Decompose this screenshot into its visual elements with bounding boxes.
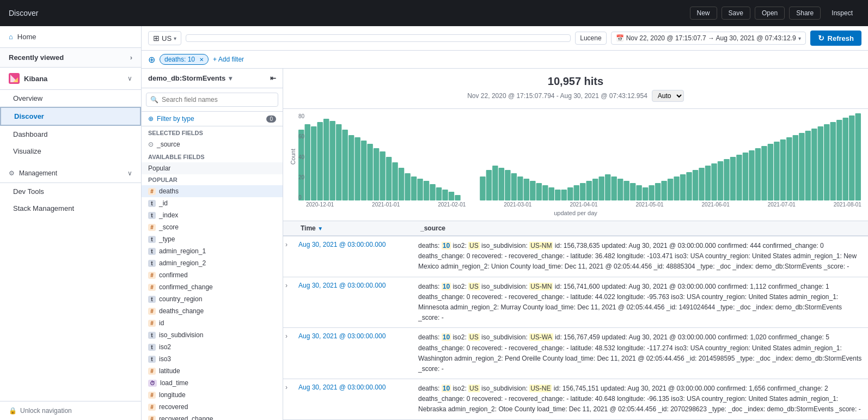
row-expand-2[interactable]: › [283,328,294,379]
field-type-longitude: # [148,392,156,399]
chart-svg [298,113,861,200]
source-icon: ⊙ [148,141,154,148]
sidebar-item-stack-management[interactable]: Stack Management [0,200,141,217]
field-name-confirmed: confirmed [159,271,188,279]
svg-rect-68 [705,166,711,200]
field-type-admin_region_1: t [148,248,156,255]
row-source-0: deaths: 10 iso2: US iso_subdivision: US-… [414,236,868,277]
kibana-icon [9,73,20,84]
open-button[interactable]: Open [755,7,785,20]
field-name-admin_region_1: admin_region_1 [159,247,206,255]
save-button[interactable]: Save [722,7,750,20]
field-item-_id[interactable]: t _id ⊕ [142,197,283,209]
svg-rect-92 [855,113,861,200]
row-expand-1[interactable]: › [283,277,294,328]
field-item-_type[interactable]: t _type ⊕ [142,233,283,245]
svg-rect-37 [511,173,517,200]
recently-viewed-section[interactable]: Recently viewed › [0,48,141,68]
svg-rect-71 [724,159,729,200]
field-item-id[interactable]: # id ⊕ [142,317,283,329]
sidebar-item-visualize[interactable]: Visualize [0,143,141,160]
index-select[interactable]: ⊞ US ▾ [148,31,181,45]
field-item-deaths[interactable]: # deaths ⊕ [142,185,283,197]
active-filter[interactable]: deaths: 10 ✕ [160,54,209,65]
hits-date-range: Nov 22, 2020 @ 17:15:07.794 - Aug 30, 20… [467,92,647,100]
source-field[interactable]: ⊙ _source [142,138,283,150]
field-item-load_time[interactable]: ⏱ load_time ⊕ [142,377,283,389]
row-expand-0[interactable]: › [283,236,294,277]
home-icon: ⌂ [9,33,13,41]
field-item-iso3[interactable]: t iso3 ⊕ [142,353,283,365]
row-expand-3[interactable]: › [283,379,294,419]
field-type-load_time: ⏱ [148,380,157,387]
svg-rect-64 [680,174,686,200]
query-bar[interactable] [186,34,571,42]
search-input[interactable] [146,93,278,107]
refresh-button[interactable]: ↻ Refresh [810,31,861,46]
field-item-country_region[interactable]: t country_region ⊕ [142,293,283,305]
field-item-recovered[interactable]: # recovered ⊕ [142,401,283,413]
x-label: 2021-04-01 [570,202,597,208]
field-name-recovered_change: recovered_change [159,415,213,420]
field-item-_score[interactable]: # _score ⊕ [142,221,283,233]
field-item-latitude[interactable]: # latitude ⊕ [142,365,283,377]
time-column-header[interactable]: Time ▼ [301,224,420,232]
field-item-iso_subdivision[interactable]: t iso_subdivision ⊕ [142,329,283,341]
management-section[interactable]: ⚙ Management ∨ [0,164,141,183]
kibana-section[interactable]: Kibana ∨ [0,68,141,90]
panel-toggle[interactable]: ⇤ [270,74,276,82]
field-item-longitude[interactable]: # longitude ⊕ [142,389,283,401]
x-label: 2021-05-01 [635,202,663,208]
sidebar-home[interactable]: ⌂ Home [0,26,141,48]
svg-rect-81 [786,137,792,200]
field-item-recovered_change[interactable]: # recovered_change ⊕ [142,413,283,420]
filter-close[interactable]: ✕ [199,57,204,63]
svg-rect-47 [574,185,579,200]
index-name-label: demo_db:StormEvents [148,74,225,82]
lock-icon: 🔒 [9,407,17,415]
field-type-iso_subdivision: t [148,332,156,339]
filter-by-type[interactable]: ⊕ Filter by type 0 [142,112,283,126]
sidebar-item-dashboard[interactable]: Dashboard [0,126,141,143]
sidebar-item-dev-tools[interactable]: Dev Tools [0,183,141,200]
filter-by-type-label: Filter by type [157,115,194,123]
share-button[interactable]: Share [789,7,821,20]
svg-rect-63 [674,176,679,200]
management-chevron: ∨ [127,169,132,177]
field-item-iso2[interactable]: t iso2 ⊕ [142,341,283,353]
unlock-nav[interactable]: 🔒 Unlock navigation [9,407,132,415]
sidebar-item-discover[interactable]: Discover [0,107,141,126]
time-picker[interactable]: 📅 Nov 22, 2020 @ 17:15:07.7 → Aug 30, 20… [611,32,806,45]
svg-rect-75 [749,150,754,200]
svg-rect-24 [430,184,435,200]
auto-select[interactable]: Auto [652,90,684,102]
fields-list: Popular # deaths ⊕ t _id ⊕ t _index ⊕ # … [142,174,283,420]
sidebar-item-overview[interactable]: Overview [0,90,141,107]
index-icon: ⊞ [153,34,160,42]
x-label: 2021-08-01 [834,202,861,208]
svg-rect-77 [761,146,767,200]
field-item-_index[interactable]: t _index ⊕ [142,209,283,221]
row-time-3: Aug 30, 2021 @ 03:00:00.000 [294,379,414,419]
add-filter[interactable]: + Add filter [213,56,244,63]
field-item-admin_region_1[interactable]: t admin_region_1 ⊕ [142,245,283,257]
time-chevron: ▾ [798,35,801,41]
inspect-button[interactable]: Inspect [825,7,859,19]
svg-rect-35 [499,168,504,200]
sidebar-bottom: 🔒 Unlock navigation [0,401,141,420]
field-item-admin_region_2[interactable]: t admin_region_2 ⊕ [142,257,283,269]
field-type-iso3: t [148,356,156,363]
popular-section-label: Popular [142,174,283,185]
filter-icon[interactable]: ⊕ [148,54,155,65]
field-item-confirmed[interactable]: # confirmed ⊕ [142,269,283,281]
field-item-deaths_change[interactable]: # deaths_change ⊕ [142,305,283,317]
home-label: Home [17,33,36,41]
table-row: › Aug 30, 2021 @ 03:00:00.000 deaths: 10… [283,379,868,420]
svg-rect-41 [536,183,542,200]
svg-rect-8 [329,121,335,200]
top-nav-actions: New Save Open Share Inspect [690,7,859,20]
new-button[interactable]: New [690,7,717,20]
svg-rect-78 [768,144,773,200]
lucene-badge[interactable]: Lucene [575,32,606,45]
field-item-confirmed_change[interactable]: # confirmed_change ⊕ [142,281,283,293]
